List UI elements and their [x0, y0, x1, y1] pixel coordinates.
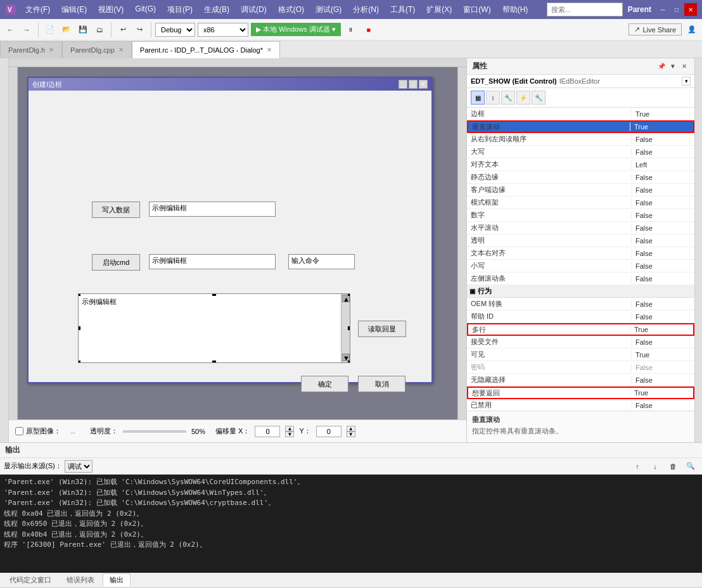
dlg-close-btn[interactable]: ✕: [419, 80, 428, 89]
multiline-editbox[interactable]: 示例编辑框 ▲ ▼: [78, 293, 350, 363]
opacity-slider[interactable]: [123, 430, 186, 433]
menu-help[interactable]: 帮助(H): [497, 2, 533, 18]
output-content[interactable]: 'Parent.exe' (Win32): 已加载 'C:\Windows\Sy…: [0, 475, 702, 573]
props-row-水平滚动[interactable]: 水平滚动 False: [467, 222, 694, 234]
props-lightning-btn[interactable]: ⚡: [516, 91, 530, 105]
undo-button[interactable]: ↩: [115, 22, 131, 37]
props-close-button[interactable]: ✕: [679, 61, 689, 72]
menu-view[interactable]: 视图(V): [93, 2, 129, 18]
menu-debug[interactable]: 调试(D): [236, 2, 272, 18]
props-row-客户端边缘[interactable]: 客户端边缘 False: [467, 184, 694, 196]
menu-extensions[interactable]: 扩展(X): [421, 2, 457, 18]
props-wrench-btn[interactable]: 🔧: [532, 91, 546, 105]
prototype-checkbox[interactable]: [15, 427, 23, 435]
props-arrow-button[interactable]: ▼: [668, 61, 678, 72]
tab-parentdlg-cpp[interactable]: ParentDlg.cpp ✕: [62, 41, 132, 58]
offset-x-input[interactable]: [255, 426, 280, 437]
menu-format[interactable]: 格式(O): [273, 2, 309, 18]
props-row-大写[interactable]: 大写 False: [467, 146, 694, 158]
menu-tools[interactable]: 工具(T): [385, 2, 420, 18]
props-row-左侧滚动条[interactable]: 左侧滚动条 False: [467, 272, 694, 285]
handle-tr[interactable]: [348, 293, 350, 296]
props-row-多行[interactable]: 多行 True: [467, 323, 694, 336]
debug-mode-select[interactable]: Debug: [155, 23, 195, 37]
offset-y-input[interactable]: [316, 426, 341, 437]
handle-mr[interactable]: [348, 326, 350, 330]
props-row-数字[interactable]: 数字 False: [467, 209, 694, 222]
output-find-btn[interactable]: 🔍: [683, 459, 698, 474]
offset-x-spin[interactable]: ▲ ▼: [285, 426, 294, 437]
tab-code-def[interactable]: 代码定义窗口: [3, 573, 58, 587]
menu-test[interactable]: 测试(G): [310, 2, 347, 18]
props-row-静态边缘[interactable]: 静态边缘 False: [467, 171, 694, 184]
offset-y-up[interactable]: ▲: [347, 426, 355, 431]
handle-tm[interactable]: [212, 293, 216, 296]
props-row-帮助-ID[interactable]: 帮助 ID False: [467, 310, 694, 323]
stop-button[interactable]: ■: [361, 22, 376, 37]
close-button[interactable]: ✕: [684, 3, 697, 16]
tab-parentdlg-h[interactable]: ParentDlg.h ✕: [0, 41, 62, 58]
offset-y-spin[interactable]: ▲ ▼: [347, 426, 355, 437]
tab-parent-rc[interactable]: Parent.rc - IDD_P...T_DIALOG - Dialog* ✕: [132, 41, 280, 58]
props-dropdown-icon[interactable]: ▾: [682, 77, 691, 86]
redo-button[interactable]: ↪: [132, 22, 147, 37]
props-row-透明[interactable]: 透明 False: [467, 234, 694, 247]
section-expand-icon[interactable]: ▣: [469, 288, 475, 295]
menu-edit[interactable]: 编辑(E): [56, 2, 92, 18]
feedback-button[interactable]: 👤: [684, 22, 699, 37]
tab-close-icon[interactable]: ✕: [49, 46, 54, 53]
props-row-模式框架[interactable]: 模式框架 False: [467, 196, 694, 209]
props-row-可见[interactable]: 可见 True: [467, 348, 694, 361]
cancel-button[interactable]: 取消: [358, 376, 405, 392]
props-row-边框[interactable]: 边框 True: [467, 108, 694, 120]
output-source-select[interactable]: 调试: [65, 460, 93, 473]
menu-window[interactable]: 窗口(W): [458, 2, 495, 18]
props-grid-view-btn[interactable]: ▦: [471, 91, 485, 105]
props-row-已禁用[interactable]: 已禁用 False: [467, 399, 694, 411]
tab-error-list[interactable]: 错误列表: [60, 573, 101, 587]
read-echo-button[interactable]: 读取回显: [358, 321, 406, 337]
back-button[interactable]: ←: [3, 22, 18, 37]
props-row-密码[interactable]: 密码 False: [467, 361, 694, 374]
new-button[interactable]: 📄: [42, 22, 58, 37]
browse-image-button[interactable]: ...: [66, 426, 80, 437]
props-row-对齐文本[interactable]: 对齐文本 Left: [467, 158, 694, 171]
save-button[interactable]: 💾: [75, 22, 91, 37]
props-row-无隐藏选择[interactable]: 无隐藏选择 False: [467, 374, 694, 387]
editbox-1[interactable]: 示例编辑框: [149, 201, 276, 217]
editbox-2[interactable]: 示例编辑框: [149, 254, 276, 269]
pause-button[interactable]: ⏸: [343, 22, 359, 37]
menu-analyze[interactable]: 分析(N): [348, 2, 384, 18]
forward-button[interactable]: →: [19, 22, 34, 37]
open-button[interactable]: 📂: [59, 22, 74, 37]
offset-x-up[interactable]: ▲: [285, 426, 294, 431]
tab-close-icon[interactable]: ✕: [118, 46, 124, 53]
editbox-cmd[interactable]: 输入命令: [288, 254, 355, 269]
minimize-button[interactable]: ─: [656, 3, 669, 16]
menu-project[interactable]: 项目(P): [162, 2, 198, 18]
restore-button[interactable]: □: [670, 3, 683, 16]
write-data-button[interactable]: 写入数据: [92, 201, 140, 218]
menu-file[interactable]: 文件(F): [20, 2, 55, 18]
output-clear-btn[interactable]: 🗑: [665, 459, 680, 474]
platform-select[interactable]: x86: [198, 23, 248, 37]
menu-git[interactable]: Git(G): [130, 2, 161, 18]
output-scroll-down-btn[interactable]: ↓: [648, 459, 663, 474]
handle-br[interactable]: [348, 361, 350, 363]
run-button[interactable]: ▶ 本地 Windows 调试器 ▾: [251, 23, 341, 36]
save-all-button[interactable]: 🗂: [92, 22, 107, 37]
title-search-input[interactable]: [547, 3, 623, 16]
dlg-min-btn[interactable]: _: [399, 80, 407, 89]
props-row-想要返回[interactable]: 想要返回 True: [467, 387, 694, 399]
props-row-文本右对齐[interactable]: 文本右对齐 False: [467, 247, 694, 260]
tab-output[interactable]: 输出: [103, 573, 131, 587]
props-sort-btn[interactable]: ↕: [486, 91, 500, 105]
start-cmd-button[interactable]: 启动cmd: [92, 254, 140, 271]
handle-ml[interactable]: [78, 326, 80, 330]
props-row-小写[interactable]: 小写 False: [467, 260, 694, 272]
output-scroll-up-btn[interactable]: ↑: [630, 459, 645, 474]
offset-x-down[interactable]: ▼: [285, 431, 294, 437]
props-row-OEM-转换[interactable]: OEM 转换 False: [467, 298, 694, 310]
props-row-接受文件[interactable]: 接受文件 False: [467, 336, 694, 348]
live-share-button[interactable]: ↗ Live Share: [629, 23, 682, 35]
